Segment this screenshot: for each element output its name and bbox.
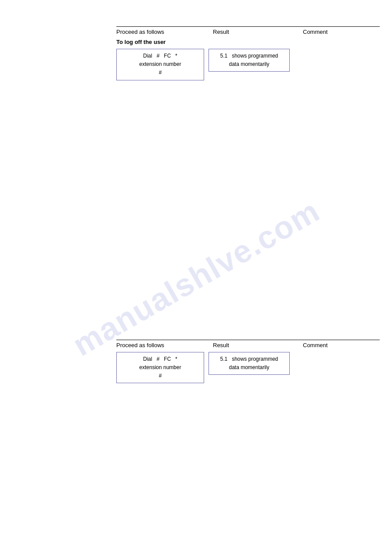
table-row-top: Dial # FC *extension number# 5.1 shows p… <box>116 49 380 80</box>
header-proceed-bottom: Proceed as follows <box>116 342 209 348</box>
cell-proceed-top: Dial # FC *extension number# <box>116 49 204 80</box>
section-heading-top: To log off the user <box>116 39 380 45</box>
header-result-bottom: Result <box>213 342 298 348</box>
table-section-top: Proceed as follows Result Comment To log… <box>116 26 380 80</box>
table-row-bottom: Dial # FC *extension number# 5.1 shows p… <box>116 352 380 384</box>
proceed-text-bottom: Dial # FC *extension number# <box>139 356 181 379</box>
page-container: manualshlve.com Proceed as follows Resul… <box>0 0 392 555</box>
proceed-text-top: Dial # FC *extension number# <box>139 53 181 76</box>
header-proceed-top: Proceed as follows <box>116 29 209 35</box>
header-comment-top: Comment <box>303 29 380 35</box>
table-section-bottom: Proceed as follows Result Comment Dial #… <box>116 340 380 384</box>
cell-result-top: 5.1 shows programmeddata momentarily <box>209 49 290 72</box>
result-text-top: 5.1 shows programmeddata momentarily <box>220 53 278 67</box>
header-result-top: Result <box>213 29 298 35</box>
column-headers-bottom: Proceed as follows Result Comment <box>116 340 380 348</box>
column-headers-top: Proceed as follows Result Comment <box>116 26 380 35</box>
watermark: manualshlve.com <box>66 192 325 363</box>
result-text-bottom: 5.1 shows programmeddata momentarily <box>220 356 278 370</box>
header-comment-bottom: Comment <box>303 342 380 348</box>
cell-proceed-bottom: Dial # FC *extension number# <box>116 352 204 384</box>
cell-result-bottom: 5.1 shows programmeddata momentarily <box>209 352 290 375</box>
